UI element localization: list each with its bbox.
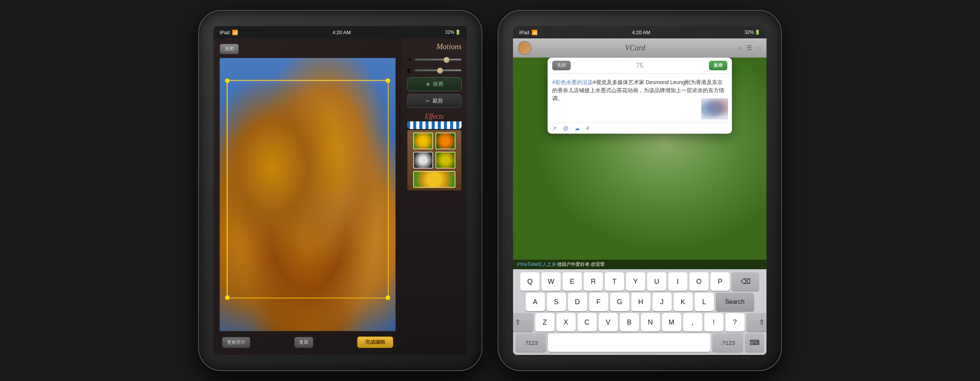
app-title-motions: Motions (407, 42, 462, 51)
key-v[interactable]: V (599, 313, 618, 331)
right-wifi-icon: 📶 (531, 30, 538, 35)
key-t[interactable]: T (605, 272, 624, 291)
contrast-thumb[interactable] (437, 68, 443, 74)
done-button[interactable]: 完成编辑 (357, 336, 393, 348)
key-symbols-right[interactable]: .?123 (712, 333, 743, 352)
key-exclaim[interactable]: ! (704, 313, 723, 331)
photo-editor: 关闭 (214, 38, 467, 355)
enhance-button[interactable]: ★ 改善 (407, 77, 462, 91)
compose-text-area[interactable]: #彩色水墨的渲染#视觉及多媒体艺术家 Desmond Leung刚为香港及东京的… (548, 74, 732, 123)
effect-thumb-5[interactable]: ★ (413, 171, 455, 188)
effects-shelf: ★ ★ (407, 130, 462, 190)
cloud-icon[interactable]: ☁ (574, 125, 580, 131)
key-z[interactable]: Z (535, 313, 555, 331)
key-question[interactable]: ? (725, 313, 745, 331)
key-u[interactable]: U (647, 272, 666, 291)
key-e[interactable]: E (563, 272, 582, 291)
search-icon[interactable]: ⌕ (739, 44, 743, 51)
effect-thumb-4[interactable]: ★ (435, 152, 455, 169)
key-keyboard[interactable]: ⌨ (745, 333, 764, 352)
social-feed: #YouTube红人之乡 德国户外爱好者 @雷蕾 关闭 75 发布 #彩色水墨 (513, 58, 766, 269)
right-ipad: iPad 📶 4:20 AM 32% 🔋 VCard ⌕ ☰ (498, 10, 782, 371)
puppies-image (220, 58, 396, 331)
key-m[interactable]: M (662, 313, 681, 331)
keyboard-row-3: ⇧ Z X C V B N M , ! ? ⇧ (515, 313, 764, 331)
right-status-bar: iPad 📶 4:20 AM 32% 🔋 (513, 26, 766, 38)
key-p[interactable]: P (710, 272, 730, 291)
key-g[interactable]: G (610, 293, 629, 311)
key-h[interactable]: H (631, 293, 651, 311)
key-delete[interactable]: ⌫ (732, 272, 759, 291)
close-compose-button[interactable]: 关闭 (552, 61, 571, 70)
key-y[interactable]: Y (626, 272, 645, 291)
key-k[interactable]: K (674, 293, 693, 311)
feed-hashtag: #YouTube红人之乡 (517, 262, 556, 267)
effect-thumb-3[interactable] (413, 152, 433, 169)
right-time: 4:20 AM (632, 30, 651, 35)
puppies-photo (220, 58, 396, 331)
mention-icon[interactable]: @ (563, 125, 568, 131)
share-icon[interactable]: ↗ (552, 125, 557, 131)
brightness-slider[interactable] (414, 58, 462, 61)
scene: iPad 📶 4:20 AM 32% 🔋 关闭 (190, 2, 790, 379)
replace-photo-button[interactable]: 更换照片 (222, 337, 250, 348)
close-button[interactable]: 关闭 (220, 44, 239, 54)
publish-button[interactable]: 发布 (709, 61, 727, 70)
key-b[interactable]: B (620, 313, 639, 331)
key-shift[interactable]: ⇧ (513, 313, 533, 331)
key-l[interactable]: L (695, 293, 714, 311)
key-s[interactable]: S (547, 293, 566, 311)
left-time: 4:20 AM (333, 30, 351, 35)
key-d[interactable]: D (568, 293, 587, 311)
restore-button[interactable]: 复原 (294, 337, 313, 348)
left-battery: 32% 🔋 (445, 30, 461, 35)
right-ipad-label: iPad (519, 30, 529, 35)
key-f[interactable]: F (589, 293, 608, 311)
key-o[interactable]: O (689, 272, 709, 291)
watercolor-image (701, 98, 728, 119)
keyboard-bottom-row: .?123 .?123 ⌨ (515, 333, 764, 352)
key-j[interactable]: J (652, 293, 672, 311)
left-battery-icon: 🔋 (455, 30, 461, 35)
right-battery: 32% 🔋 (745, 30, 760, 35)
contrast-slider-row: ◐ (407, 67, 462, 73)
key-r[interactable]: R (584, 272, 603, 291)
photo-area: 关闭 (214, 38, 402, 355)
key-n[interactable]: N (641, 313, 660, 331)
effects-title: Effects (407, 113, 462, 121)
left-ipad-screen: iPad 📶 4:20 AM 32% 🔋 关闭 (214, 26, 467, 355)
menu-icon[interactable]: ☰ (747, 44, 752, 51)
more-icon[interactable]: ⋯ (756, 44, 762, 51)
key-shift-right[interactable]: ⇧ (747, 313, 767, 331)
key-c[interactable]: C (578, 313, 597, 331)
key-x[interactable]: X (556, 313, 576, 331)
scissors-icon: ✂ (425, 98, 430, 104)
photo-canvas (220, 58, 396, 331)
brightness-thumb[interactable] (444, 57, 450, 63)
key-a[interactable]: A (526, 293, 545, 311)
vcard-title: VCard (535, 43, 735, 52)
vcard-toolbar-icons: ⌕ ☰ ⋯ (739, 44, 762, 51)
key-comma[interactable]: , (683, 313, 702, 331)
effect-thumb-2[interactable] (435, 133, 455, 149)
star-icon: ★ (425, 81, 430, 87)
key-space[interactable] (548, 333, 710, 352)
key-symbols-left[interactable]: .?123 (515, 333, 546, 352)
hashtag-icon[interactable]: # (586, 125, 589, 131)
effect-thumb-1[interactable] (413, 133, 433, 149)
key-w[interactable]: W (541, 272, 561, 291)
key-search[interactable]: Search (716, 293, 754, 311)
effect-star-badge-2: ★ (450, 172, 454, 177)
vcard-avatar (518, 41, 531, 55)
key-i[interactable]: I (668, 272, 687, 291)
compose-toolbar: ↗ @ ☁ # (548, 123, 732, 134)
keyboard-row-1: Q W E R T Y U I O P ⌫ (515, 272, 764, 291)
left-ipad-label: iPad (220, 30, 230, 35)
left-wifi-icon: 📶 (232, 30, 238, 35)
contrast-slider[interactable] (414, 69, 462, 71)
crop-tool-button[interactable]: ✂ 裁剪 (407, 94, 462, 108)
hashtag-1: #彩色水墨的渲染 (552, 79, 593, 85)
key-q[interactable]: Q (520, 272, 540, 291)
effect-star-badge: ★ (450, 153, 454, 157)
left-status-left: iPad 📶 (220, 30, 238, 35)
